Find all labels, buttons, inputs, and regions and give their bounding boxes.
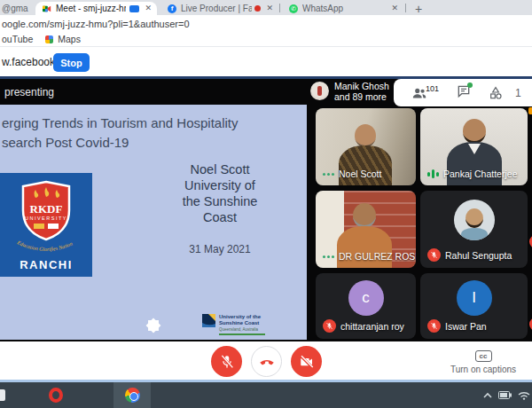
- tab-facebook[interactable]: f Live Producer | Facebook ✕: [160, 2, 278, 15]
- activities-icon[interactable]: [489, 86, 503, 100]
- participant-tile-iswar-pan[interactable]: I Iswar Pan: [420, 273, 528, 339]
- bookmark-maps[interactable]: Maps: [58, 34, 81, 44]
- battery-icon[interactable]: [498, 391, 512, 399]
- slide-title-line1: erging Trends in Tourism and Hospitality: [2, 114, 239, 133]
- call-controls-bar: cc Turn on captions: [0, 341, 532, 380]
- usc-logo-block: University of the Sunshine Coast Queensl…: [202, 314, 265, 335]
- participant-tile-chittaranjan-roy[interactable]: c chittaranjan roy: [316, 273, 416, 339]
- tab-separator: [279, 4, 280, 12]
- new-tab-button[interactable]: +: [410, 2, 427, 15]
- avatar: c: [348, 280, 384, 316]
- speaking-indicator-icon: [427, 169, 439, 179]
- participant-count: 101: [426, 84, 439, 93]
- close-icon[interactable]: ✕: [391, 4, 398, 12]
- clock-partial: 1: [515, 87, 521, 99]
- slide-title: erging Trends in Tourism and Hospitality…: [2, 114, 239, 153]
- tab-gmail[interactable]: @gma ✕: [0, 2, 32, 15]
- meet-tab-icon: [43, 4, 51, 13]
- screen-share-bar: w.facebook.com Stop: [0, 46, 532, 76]
- presentation-slide: erging Trends in Tourism and Hospitality…: [0, 105, 307, 340]
- avatar-letter: I: [472, 289, 476, 307]
- hang-up-button[interactable]: [251, 346, 282, 377]
- host-name-block: Manik Ghosh and 89 more: [334, 81, 389, 102]
- maps-icon: [45, 35, 53, 43]
- bookmarks-bar: ouTube Maps: [0, 32, 532, 46]
- avatar-letter: c: [362, 289, 370, 307]
- close-icon[interactable]: ✕: [266, 4, 273, 12]
- url-text: oogle.com/smj-juzz-hmu?pli=1&authuser=0: [2, 19, 190, 29]
- meet-main-area: presenting Manik Ghosh and 89 more 101: [0, 79, 532, 341]
- cc-icon: cc: [475, 350, 492, 362]
- host-name: Manik Ghosh: [334, 81, 389, 91]
- tile-menu-icon[interactable]: [323, 255, 334, 258]
- presenter-affiliation: Coast: [133, 209, 307, 225]
- mic-muted-icon: [427, 248, 441, 262]
- participant-label: Iswar Pan: [427, 319, 487, 333]
- participant-name: Rahul Sengupta: [445, 250, 512, 261]
- presenter-affiliation: University of: [133, 177, 307, 193]
- mic-muted-icon: [323, 319, 336, 333]
- presenter-affiliation: the Sunshine: [133, 193, 307, 209]
- taskbar-partial-icon[interactable]: [0, 389, 5, 401]
- tab-meet[interactable]: Meet - smj-juzz-hmu ✕: [35, 2, 157, 15]
- participant-label: Noel Scott: [323, 169, 381, 179]
- participant-tile-rahul-sengupta[interactable]: Rahul Sengupta: [420, 191, 528, 268]
- wifi-icon[interactable]: [518, 391, 530, 400]
- url-bar[interactable]: oogle.com/smj-juzz-hmu?pli=1&authuser=0: [0, 15, 532, 32]
- participant-label: Pankaj Chatterjee: [427, 169, 517, 179]
- turn-on-captions-button[interactable]: cc Turn on captions: [439, 346, 528, 374]
- participant-name: Noel Scott: [339, 169, 381, 179]
- presenting-label: presenting: [4, 86, 54, 98]
- camera-off-icon: [299, 354, 315, 370]
- taskbar: [0, 382, 532, 408]
- tab-separator: [405, 4, 406, 12]
- participant-name: Iswar Pan: [445, 321, 487, 332]
- hangup-icon: [258, 353, 276, 371]
- presenter-name: Noel Scott: [133, 161, 307, 177]
- browser-tab-strip: @gma ✕ Meet - smj-juzz-hmu ✕ f Live Prod…: [0, 0, 532, 15]
- chat-notification-dot: [467, 82, 473, 88]
- usc-logo-icon: [202, 314, 215, 327]
- chevron-up-icon[interactable]: [483, 392, 492, 399]
- avatar: [310, 82, 329, 100]
- reaction-indicator: [528, 107, 532, 114]
- screen: @gma ✕ Meet - smj-juzz-hmu ✕ f Live Prod…: [0, 0, 532, 408]
- chrome-icon[interactable]: [125, 388, 140, 403]
- mic-off-icon: [219, 354, 235, 370]
- avatar: [454, 200, 495, 240]
- usc-line2: Sunshine Coast: [219, 320, 265, 326]
- tab-gmail-label: @gma: [2, 4, 28, 13]
- usc-underline: [219, 333, 265, 335]
- rkdf-logo-block: RKDF UNIVERSITY Education Glorifies Nati…: [0, 173, 92, 277]
- camera-toggle-button[interactable]: [291, 346, 322, 377]
- svg-text:UNIVERSITY: UNIVERSITY: [25, 216, 67, 221]
- usc-line1: University of the: [219, 314, 265, 320]
- slide-title-line2: search Post Covid-19: [2, 133, 239, 153]
- participant-label: chittaranjan roy: [323, 319, 404, 333]
- mic-toggle-button[interactable]: [211, 346, 242, 377]
- bookmark-youtube[interactable]: ouTube: [2, 34, 33, 44]
- tile-menu-icon[interactable]: [323, 173, 334, 176]
- participant-label: Rahul Sengupta: [427, 248, 512, 262]
- whatsapp-icon: ✆: [289, 4, 298, 13]
- tab-whatsapp[interactable]: ✆ WhatsApp ✕: [282, 2, 403, 15]
- opera-icon[interactable]: [49, 388, 63, 403]
- slide-date: 31 May 2021: [133, 243, 307, 255]
- participant-tile-noel-scott[interactable]: Noel Scott: [316, 108, 416, 185]
- participant-tile-gulrez-roshan[interactable]: DR GULREZ ROSHAN…: [316, 191, 416, 268]
- usc-line3: Queensland, Australia: [219, 326, 265, 333]
- close-icon[interactable]: ✕: [145, 4, 152, 12]
- stop-sharing-button[interactable]: Stop: [53, 53, 90, 72]
- rkdf-city-label: RANCHI: [0, 258, 92, 271]
- svg-text:Education Glorifies Nation: Education Glorifies Nation: [16, 239, 74, 252]
- meet-top-panel: 101 1: [394, 79, 532, 106]
- mic-muted-icon: [427, 319, 441, 333]
- avatar: I: [457, 280, 492, 316]
- captions-label: Turn on captions: [439, 365, 528, 374]
- participant-tile-pankaj-chatterjee[interactable]: Pankaj Chatterjee: [420, 108, 528, 185]
- tab-meet-label: Meet - smj-juzz-hmu: [56, 4, 126, 13]
- tab-facebook-label: Live Producer | Facebook: [181, 4, 252, 13]
- participant-name: chittaranjan roy: [340, 321, 404, 332]
- system-tray: [483, 382, 530, 408]
- chat-button[interactable]: [457, 84, 471, 102]
